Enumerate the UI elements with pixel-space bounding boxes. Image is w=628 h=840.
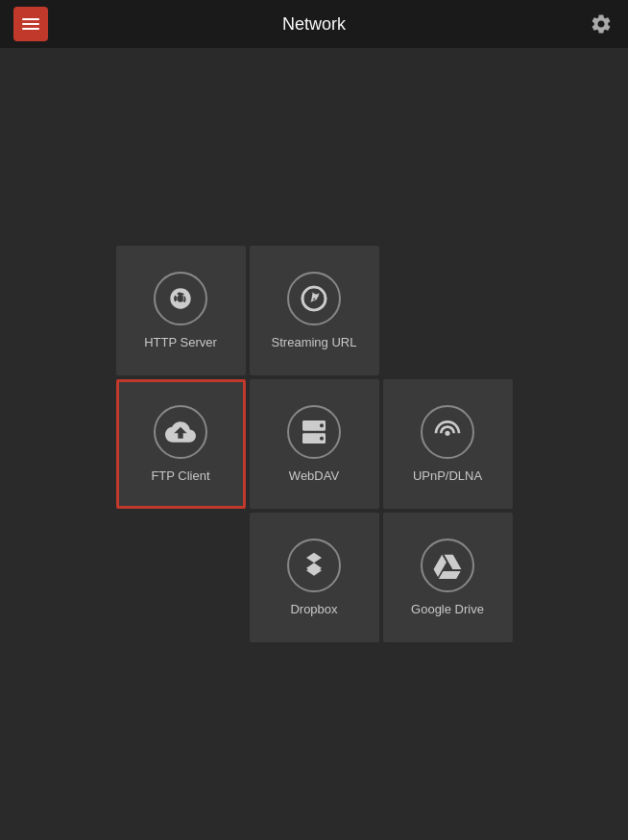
network-grid-container: HTTP Server Streaming URL FTP Client: [0, 48, 628, 840]
grid-cell-google-drive[interactable]: Google Drive: [383, 513, 513, 642]
upnp-dlna-label: UPnP/DLNA: [413, 468, 482, 484]
compass-icon: [287, 272, 341, 325]
settings-button[interactable]: [588, 11, 615, 37]
grid-cell-upnp-dlna[interactable]: UPnP/DLNA: [383, 379, 513, 509]
grid-cell-webdav[interactable]: WebDAV: [250, 379, 379, 509]
grid-cell-empty-bottom-left: [116, 513, 246, 642]
http-server-label: HTTP Server: [144, 335, 217, 350]
menu-button[interactable]: [13, 7, 48, 41]
dropbox-icon: [287, 539, 341, 592]
streaming-url-label: Streaming URL: [272, 335, 357, 350]
grid-cell-streaming-url[interactable]: Streaming URL: [250, 246, 379, 375]
webdav-label: WebDAV: [289, 468, 339, 484]
grid-cell-ftp-client[interactable]: FTP Client: [116, 379, 246, 509]
ftp-client-label: FTP Client: [151, 468, 209, 484]
page-title: Network: [282, 14, 346, 35]
wifi-server-icon: [154, 272, 207, 325]
upnp-icon: [421, 405, 474, 459]
app-header: Network: [0, 0, 628, 48]
server-icon: [287, 405, 341, 459]
grid-cell-dropbox[interactable]: Dropbox: [250, 513, 379, 642]
google-drive-label: Google Drive: [411, 602, 484, 617]
grid-cell-empty-top-right: [383, 246, 513, 375]
network-grid: HTTP Server Streaming URL FTP Client: [116, 246, 513, 642]
gdrive-icon: [421, 539, 474, 592]
dropbox-label: Dropbox: [290, 602, 337, 617]
grid-cell-http-server[interactable]: HTTP Server: [116, 246, 246, 375]
cloud-upload-icon: [154, 405, 207, 459]
